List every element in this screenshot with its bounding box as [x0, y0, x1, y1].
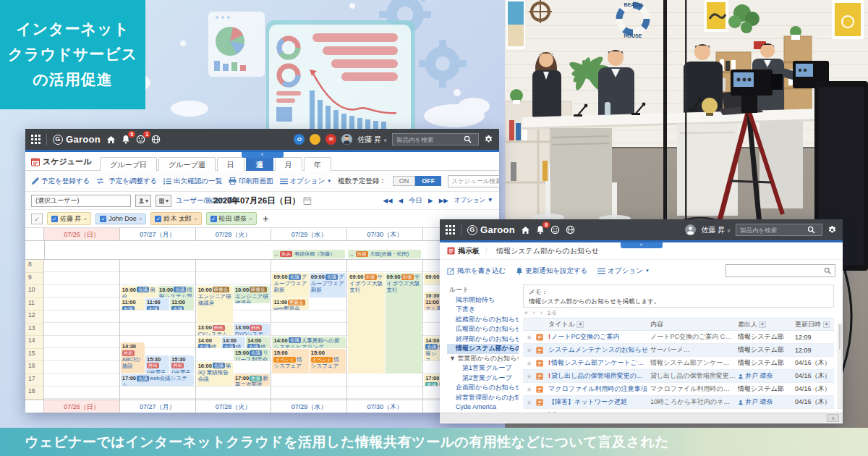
- calendar-event[interactable]: 10:00研修会エンジニア研修講座: [197, 286, 233, 323]
- calendar-event[interactable]: 15:00イベント情シスフェア: [310, 349, 346, 373]
- user-picker-button[interactable]: ▾: [135, 195, 151, 207]
- next-week-button[interactable]: ▶: [428, 197, 433, 204]
- allday-banner[interactable]: ↔出張大阪(佐藤・松田): [348, 250, 421, 258]
- calendar-event[interactable]: 14:00会議人事異動への新システムヒアリング: [272, 337, 346, 348]
- star-icon[interactable]: ★: [524, 347, 534, 354]
- post-title-link[interactable]: 【障害】ネットワーク遅延: [548, 397, 648, 407]
- board-category-item[interactable]: 情報システム部からのお知らせ: [447, 344, 519, 354]
- calendar-event[interactable]: 11:00会議: [145, 298, 169, 310]
- post-title-link[interactable]: マクロファイル利用時の注意事項: [548, 384, 648, 394]
- board-category-item[interactable]: 企画部からのお知らせ: [447, 383, 519, 393]
- board-row[interactable]: ★システムメンテナンスのお知らせサーバーメ…情報システム部12:09: [523, 344, 834, 357]
- home-icon[interactable]: [521, 226, 530, 235]
- board-category-item[interactable]: 第2営業グループ: [447, 373, 519, 384]
- board-row[interactable]: ★!情報システム部アンケートご…情報システム部アンケート…情報システム部04/1…: [523, 357, 834, 370]
- allday-banner[interactable]: ↔休み有給休暇（加藤）: [273, 250, 346, 258]
- calendar-event[interactable]: 15:30外出GR電子株式会社: [145, 355, 169, 373]
- user-menu[interactable]: 佐藤 昇 ∨: [701, 225, 731, 235]
- calendar-event[interactable]: 11:00会議: [170, 298, 194, 310]
- global-search-input[interactable]: [740, 227, 804, 234]
- board-row[interactable]: ★マクロファイル利用時の注意事項マクロファイル利用時のご…情報システム部04/1…: [523, 383, 834, 396]
- reaction-smiley-icon[interactable]: [550, 225, 560, 235]
- view-tab-日[interactable]: 日: [217, 157, 244, 171]
- user-avatar[interactable]: [685, 224, 696, 235]
- globe-icon[interactable]: [566, 225, 575, 235]
- board-category-item[interactable]: 第1営業グループ: [447, 363, 519, 373]
- select-all-check[interactable]: ✓: [31, 214, 43, 224]
- day-header-cell[interactable]: 07/28（火）: [196, 228, 272, 240]
- app-launcher-icon[interactable]: [31, 135, 41, 144]
- office-app-icon[interactable]: O: [294, 134, 305, 145]
- user-menu[interactable]: 佐藤 昇 ∨: [357, 135, 387, 145]
- settings-gear-icon[interactable]: [827, 225, 837, 235]
- settings-gear-icon[interactable]: [484, 135, 493, 144]
- remove-member-icon[interactable]: ×: [139, 216, 142, 222]
- toggle-on[interactable]: ON: [393, 176, 416, 186]
- header-collapse-tab[interactable]: ∨: [242, 152, 284, 158]
- home-icon[interactable]: [106, 135, 116, 144]
- day-footer-cell[interactable]: 07/30（木）: [347, 400, 423, 413]
- global-search-box[interactable]: [736, 224, 822, 236]
- update-notify-link[interactable]: 更新通知を設定する: [516, 266, 587, 276]
- calendar-event[interactable]: 15:30外出GR電子株式会社: [170, 355, 194, 373]
- register-event-link[interactable]: 予定を登録する: [31, 177, 90, 186]
- facility-picker-button[interactable]: ▾: [156, 195, 171, 207]
- post-title-link[interactable]: システムメンテナンスのお知らせ: [548, 345, 648, 355]
- calendar-event[interactable]: 15:00イベント情シスフェア: [272, 349, 308, 373]
- schedule-search-box[interactable]: [448, 175, 499, 187]
- star-icon[interactable]: ★: [524, 386, 534, 393]
- calendar-event[interactable]: 17:00面接新卒二次面接: [234, 374, 270, 386]
- calendar-event[interactable]: 17:00会議web会議システム: [121, 374, 195, 386]
- day-header-cell[interactable]: 07/27（月）: [120, 228, 196, 240]
- calendar-event[interactable]: 09:00出張サイボウズ大阪支社: [348, 273, 384, 373]
- pager-next[interactable]: ›: [540, 309, 542, 316]
- global-search-box[interactable]: [392, 133, 479, 145]
- calendar-event[interactable]: 10:00会議例会: [121, 286, 157, 297]
- prev-week-fast-button[interactable]: ◀◀: [383, 197, 392, 204]
- star-icon[interactable]: ★: [524, 373, 534, 380]
- notification-bell-icon[interactable]: 8: [536, 225, 545, 235]
- board-search-box[interactable]: [726, 264, 835, 277]
- multi-register-toggle[interactable]: ON OFF: [393, 176, 442, 186]
- day-column[interactable]: 10:00研修会エンジニア研修講座10:00研修会エンジニア研修講座13:00外…: [196, 260, 272, 400]
- post-title-link[interactable]: !貸し出し品の保管場所変更の…: [548, 371, 648, 381]
- day-column[interactable]: 09:00出張サイボウズ大阪支社09:00出張サイボウズ大阪支社: [347, 260, 423, 400]
- calendar-event[interactable]: 14:00会議情報シス…: [246, 337, 270, 348]
- calendar-event[interactable]: 13:00外出CYシステム様: [197, 324, 233, 335]
- col-sender[interactable]: 差出人 ▼: [738, 320, 793, 329]
- globe-icon[interactable]: [151, 135, 161, 144]
- calendar-event[interactable]: 09:00会議グループウェア刷新: [272, 273, 308, 297]
- board-category-item[interactable]: ▼ 営業部からのお知らせ: [447, 354, 519, 364]
- view-tab-グループ週[interactable]: グループ週: [158, 157, 216, 171]
- next-week-fast-button[interactable]: ▶▶: [439, 197, 448, 204]
- view-tab-年[interactable]: 年: [304, 157, 331, 171]
- day-footer-cell[interactable]: 07/29（水）: [271, 400, 347, 413]
- board-category-item[interactable]: 総務部からのお知らせ: [447, 315, 519, 325]
- reaction-smiley-icon[interactable]: 1: [136, 135, 145, 144]
- app-launcher-icon[interactable]: [446, 225, 455, 235]
- day-footer-cell[interactable]: 07/27（月）: [120, 400, 196, 413]
- board-category-item[interactable]: 経営管理部からのお知らせ: [447, 393, 519, 403]
- calendar-event[interactable]: 16:00会議第3Q 業績報告会議: [197, 362, 233, 387]
- day-footer-cell[interactable]: 07/26（日）: [44, 400, 120, 413]
- calendar-event[interactable]: 10:00会議情報システム部定例: [158, 286, 194, 297]
- member-chip[interactable]: ✓John Doe×: [95, 214, 146, 224]
- calendar-event[interactable]: 09:00会議グループウェア刷新: [310, 273, 346, 297]
- board-category-item[interactable]: Cyde America: [447, 402, 519, 413]
- day-column[interactable]: 09:00会議グループウェア刷新09:00会議グループウェア刷新11:00懇親会…: [271, 260, 347, 400]
- star-icon[interactable]: ★: [524, 360, 534, 367]
- notification-bell-icon[interactable]: 5: [122, 135, 130, 144]
- board-row[interactable]: ★!ノートPC交換のご案内ノートPC交換のご案内 C社…情報システム部12:09: [523, 331, 834, 344]
- garoon-logo[interactable]: GGaroon: [53, 134, 101, 145]
- col-date[interactable]: 更新日時 ▼: [795, 320, 833, 329]
- board-category-item[interactable]: ルート: [447, 285, 519, 295]
- toggle-off[interactable]: OFF: [415, 176, 441, 186]
- calendar-event[interactable]: 14:00会議情報シス…: [221, 337, 245, 348]
- prev-week-button[interactable]: ◀: [399, 197, 404, 204]
- member-chip[interactable]: ✓松田 環奈×: [206, 212, 257, 225]
- attendance-list-link[interactable]: 出欠確認の一覧: [163, 177, 222, 186]
- adjust-event-link[interactable]: 予定を調整する: [96, 177, 157, 186]
- remove-member-icon[interactable]: ×: [84, 216, 88, 222]
- board-category-item[interactable]: 下書き: [447, 305, 519, 315]
- board-row[interactable]: ★!貸し出し品の保管場所変更の…貸し出し品の保管場所変更…井戸 環奈04/16（…: [523, 370, 834, 383]
